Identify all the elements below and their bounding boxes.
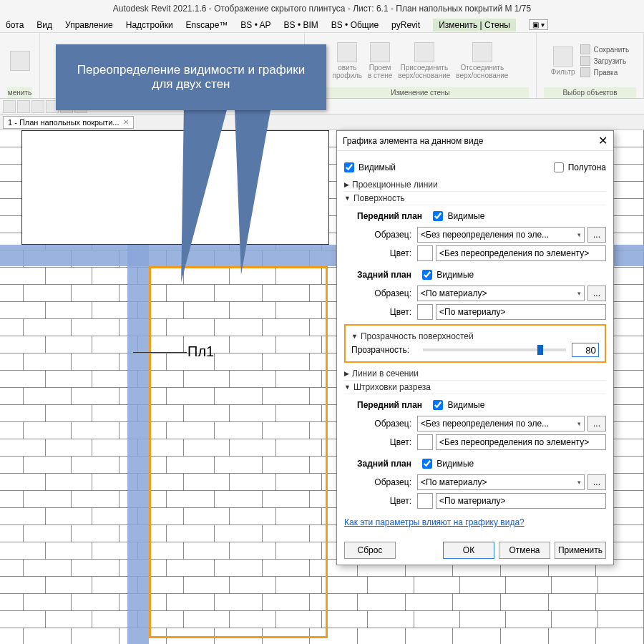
sample-label: Образец: bbox=[357, 230, 417, 240]
ribbon-load-selection[interactable]: Загрузить bbox=[580, 56, 629, 66]
fg-color-text[interactable]: <Без переопределения по элементу> bbox=[436, 245, 606, 261]
reset-button[interactable]: Сброс bbox=[344, 542, 396, 559]
ok-button[interactable]: ОК bbox=[443, 542, 494, 559]
qa-tool[interactable] bbox=[17, 100, 30, 113]
menu-bar: бота Вид Управление Надстройки Enscape™ … bbox=[0, 17, 644, 33]
visible-checkbox[interactable]: Видимый bbox=[344, 162, 396, 172]
foreground-label: Передний план bbox=[357, 211, 422, 221]
apply-button[interactable]: Применить bbox=[555, 542, 606, 559]
color-label: Цвет: bbox=[357, 248, 417, 258]
transparency-section-highlighted: ▼Прозрачность поверхностей Прозрачность: bbox=[344, 324, 606, 363]
browse-button[interactable]: ... bbox=[587, 416, 606, 431]
menu-item[interactable]: BS • BIM bbox=[284, 20, 318, 30]
projection-lines-expander[interactable]: ▶Проекционные линии bbox=[344, 178, 606, 192]
cut-lines-expander[interactable]: ▶Линии в сечении bbox=[344, 367, 606, 381]
qa-tool[interactable] bbox=[3, 100, 16, 113]
ribbon-edit-selection[interactable]: Правка bbox=[580, 67, 629, 77]
surface-expander[interactable]: ▼Поверхность bbox=[344, 192, 606, 205]
room-tag-leader bbox=[133, 352, 187, 353]
cut-bg-visible-checkbox[interactable]: Видимые bbox=[422, 459, 474, 469]
annotation-callout: Переопределение видимости и графики для … bbox=[56, 44, 326, 110]
bg-color-text[interactable]: <По материалу> bbox=[436, 304, 606, 320]
transparency-input[interactable] bbox=[572, 343, 599, 357]
room-boundary bbox=[149, 266, 328, 638]
view-tabs: 1 - План напольных покрыти...✕ bbox=[0, 114, 644, 130]
modify-icon[interactable] bbox=[10, 51, 30, 71]
ribbon-restore-profile[interactable]: овить профиль bbox=[333, 42, 362, 79]
menu-item[interactable]: бота bbox=[6, 20, 24, 30]
close-icon[interactable]: ✕ bbox=[598, 134, 608, 147]
fg-pattern-combo[interactable]: <Без переопределения по эле...▾ bbox=[417, 227, 585, 243]
window-title: Autodesk Revit 2021.1.6 - Отображение ск… bbox=[0, 0, 644, 17]
help-link[interactable]: Как эти параметры влияют на графику вида… bbox=[344, 517, 525, 527]
cut-bg-pattern-combo[interactable]: <По материалу>▾ bbox=[417, 474, 585, 490]
browse-button[interactable]: ... bbox=[587, 227, 606, 243]
close-tab-icon[interactable]: ✕ bbox=[123, 118, 129, 126]
menu-tab-active[interactable]: Изменить | Стены bbox=[433, 19, 516, 31]
browse-button[interactable]: ... bbox=[587, 474, 606, 490]
bg-pattern-combo[interactable]: <По материалу>▾ bbox=[417, 286, 585, 301]
cut-hatch-expander[interactable]: ▼Штриховки разреза bbox=[344, 381, 606, 394]
fg-visible-checkbox[interactable]: Видимые bbox=[433, 211, 484, 221]
ribbon-wall-opening[interactable]: Проем в стене bbox=[368, 42, 392, 79]
background-label: Задний план bbox=[357, 270, 411, 280]
ribbon-save-selection[interactable]: Сохранить bbox=[580, 44, 629, 54]
dialog-title: Графика элемента на данном виде bbox=[343, 136, 483, 146]
view-tab[interactable]: 1 - План напольных покрыти...✕ bbox=[3, 116, 134, 129]
menu-item[interactable]: Управление bbox=[65, 20, 113, 30]
element-graphics-dialog: Графика элемента на данном виде ✕ Видимы… bbox=[336, 130, 614, 565]
ribbon-detach[interactable]: Отсоединить верх/основание bbox=[456, 42, 508, 79]
bg-color-swatch[interactable] bbox=[417, 304, 433, 320]
halftone-checkbox[interactable]: Полутона bbox=[554, 162, 606, 172]
slider-thumb[interactable] bbox=[537, 345, 543, 355]
selected-wall-vertical[interactable] bbox=[127, 245, 149, 644]
ribbon-group-label: Изменение стены bbox=[312, 87, 529, 98]
cut-bg-color-text[interactable]: <По материалу> bbox=[436, 493, 606, 509]
ribbon-group-label: Выбор объектов bbox=[544, 87, 636, 98]
menu-item[interactable]: BS • AP bbox=[240, 20, 270, 30]
ribbon-group-label: менить bbox=[7, 87, 32, 98]
browse-button[interactable]: ... bbox=[587, 286, 606, 301]
cut-fg-pattern-combo[interactable]: <Без переопределения по эле...▾ bbox=[417, 416, 585, 431]
qa-tool[interactable] bbox=[31, 100, 44, 113]
transparency-label: Прозрачность: bbox=[351, 345, 417, 355]
cut-fg-color-swatch[interactable] bbox=[417, 434, 433, 450]
menu-item[interactable]: pyRevit bbox=[391, 20, 420, 30]
fg-color-swatch[interactable] bbox=[417, 245, 433, 261]
bg-visible-checkbox[interactable]: Видимые bbox=[422, 270, 474, 280]
room-tag[interactable]: Пл1 bbox=[187, 343, 214, 360]
cancel-button[interactable]: Отмена bbox=[499, 542, 550, 559]
ribbon-dropdown-icon[interactable]: ▣ ▾ bbox=[529, 19, 548, 30]
menu-item[interactable]: BS • Общие bbox=[331, 20, 379, 30]
cut-bg-color-swatch[interactable] bbox=[417, 493, 433, 509]
menu-item[interactable]: Enscape™ bbox=[186, 20, 228, 30]
menu-item[interactable]: Надстройки bbox=[126, 20, 173, 30]
ribbon-filter[interactable]: Фильтр bbox=[551, 47, 575, 76]
cut-fg-visible-checkbox[interactable]: Видимые bbox=[433, 400, 484, 410]
menu-item[interactable]: Вид bbox=[36, 20, 52, 30]
transparency-expander[interactable]: ▼Прозрачность поверхностей bbox=[351, 330, 599, 343]
transparency-slider[interactable] bbox=[423, 348, 566, 351]
cut-fg-color-text[interactable]: <Без переопределения по элементу> bbox=[436, 434, 606, 450]
ribbon-attach[interactable]: Присоединить верх/основание bbox=[398, 42, 450, 79]
